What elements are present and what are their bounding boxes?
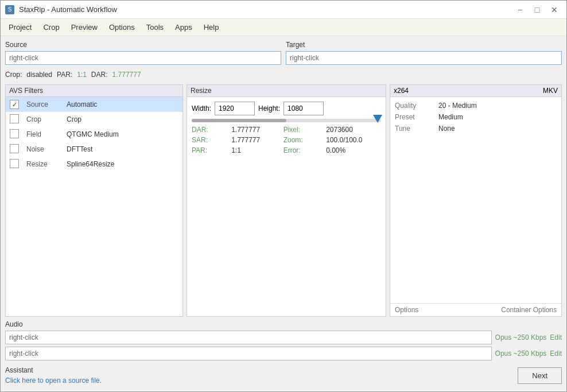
menu-options[interactable]: Options (103, 21, 141, 34)
minimize-button[interactable]: − (512, 4, 527, 15)
window-title: StaxRip - Automatic Workflow (19, 5, 512, 14)
menu-tools[interactable]: Tools (141, 21, 169, 34)
x264-footer: Options Container Options (390, 303, 561, 316)
avs-header: AVS Filters (6, 85, 182, 97)
menu-crop[interactable]: Crop (37, 21, 65, 34)
quality-label: Quality (395, 102, 429, 110)
audio-input-1[interactable] (5, 347, 492, 360)
target-input[interactable] (286, 51, 562, 65)
target-section: Target (286, 41, 562, 65)
avs-val-0: Automatic (63, 97, 182, 112)
avs-val-1: Crop (63, 112, 182, 127)
avs-name-3: Noise (23, 142, 63, 157)
error-info-label: Error: (284, 146, 321, 154)
pixel-info-val: 2073600 (326, 126, 381, 134)
resize-height-input[interactable] (284, 102, 324, 115)
zoom-info-label: Zoom: (284, 136, 321, 144)
resize-width-input[interactable] (215, 102, 255, 115)
resize-wh-row: Width: Height: (192, 102, 381, 115)
resize-slider[interactable] (192, 119, 381, 122)
source-section: Source (5, 41, 281, 65)
slider-fill (192, 119, 286, 122)
avs-check-1[interactable] (6, 112, 23, 127)
app-icon: S (5, 5, 14, 14)
avs-name-1: Crop (23, 112, 63, 127)
avs-name-2: Field (23, 127, 63, 142)
audio-row-0: Opus ~250 Kbps Edit (5, 331, 562, 344)
resize-panel: Resize Width: Height: (187, 84, 386, 317)
main-window: S StaxRip - Automatic Workflow − □ ✕ Pro… (0, 0, 567, 392)
avs-check-3[interactable] (6, 142, 23, 157)
close-button[interactable]: ✕ (547, 4, 562, 15)
avs-val-3: DFTTest (63, 142, 182, 157)
avs-row-3[interactable]: Noise DFTTest (6, 142, 182, 157)
avs-table: ✓ Source Automatic Crop Crop (6, 97, 182, 172)
avs-row-1[interactable]: Crop Crop (6, 112, 182, 127)
menu-preview[interactable]: Preview (65, 21, 103, 34)
x264-panel: x264 MKV Quality 20 - Medium Preset Medi… (390, 84, 562, 317)
audio-edit-0[interactable]: Edit (550, 333, 562, 341)
audio-input-0[interactable] (5, 331, 492, 344)
source-target-row: Source Target (5, 41, 562, 65)
pixel-info-label: Pixel: (284, 126, 321, 134)
error-info-val: 0.00% (326, 146, 381, 154)
panels-row: AVS Filters ✓ Source Automatic (5, 84, 562, 317)
par-info-label: PAR: (192, 146, 227, 154)
audio-row-1: Opus ~250 Kbps Edit (5, 347, 562, 360)
audio-section: Audio Opus ~250 Kbps Edit Opus ~250 Kbps… (5, 320, 562, 360)
zoom-info-val: 100.0/100.0 (326, 136, 381, 144)
par-value: 1:1 (77, 71, 87, 79)
avs-val-2: QTGMC Medium (63, 127, 182, 142)
tune-label: Tune (395, 125, 429, 133)
source-label: Source (5, 41, 281, 49)
sar-info-label: SAR: (192, 136, 227, 144)
x264-header-left: x264 (394, 87, 409, 95)
menu-help[interactable]: Help (198, 21, 225, 34)
tune-val: None (438, 125, 455, 133)
avs-row-0[interactable]: ✓ Source Automatic (6, 97, 182, 112)
x264-quality-row: Quality 20 - Medium (395, 102, 557, 110)
main-content: Source Target Crop: disabled PAR: 1:1 DA… (1, 36, 566, 391)
resize-content: Width: Height: DAR: 1.777777 (187, 97, 386, 159)
audio-codec-0: Opus ~250 Kbps (495, 333, 547, 341)
avs-row-4[interactable]: Resize Spline64Resize (6, 157, 182, 172)
assistant-section: Assistant Click here to open a source fi… (5, 366, 102, 385)
menu-project[interactable]: Project (3, 21, 37, 34)
next-button[interactable]: Next (518, 367, 562, 384)
height-label: Height: (258, 104, 280, 112)
resize-slider-row (192, 119, 381, 122)
resize-header: Resize (187, 85, 386, 97)
container-options-link[interactable]: Container Options (501, 306, 557, 314)
avs-val-4: Spline64Resize (63, 157, 182, 172)
crop-info-row: Crop: disabled PAR: 1:1 DAR: 1.777777 (5, 68, 562, 81)
audio-label: Audio (5, 320, 562, 328)
crop-value: disabled (26, 71, 52, 79)
quality-val: 20 - Medium (438, 102, 477, 110)
avs-row-2[interactable]: Field QTGMC Medium (6, 127, 182, 142)
par-label: PAR: (57, 71, 72, 79)
avs-name-0: Source (23, 97, 63, 112)
avs-check-0[interactable]: ✓ (6, 97, 23, 112)
dar-info-label: DAR: (192, 126, 227, 134)
audio-codec-1: Opus ~250 Kbps (495, 350, 547, 358)
x264-content: Quality 20 - Medium Preset Medium Tune N… (390, 97, 561, 303)
dar-value: 1.777777 (112, 71, 141, 79)
avs-name-4: Resize (23, 157, 63, 172)
assistant-link[interactable]: Click here to open a source file. (5, 377, 102, 385)
menu-apps[interactable]: Apps (169, 21, 198, 34)
options-link[interactable]: Options (395, 306, 418, 314)
sar-info-val: 1.777777 (231, 136, 279, 144)
maximize-button[interactable]: □ (530, 4, 545, 15)
x264-tune-row: Tune None (395, 125, 557, 133)
dar-info-val: 1.777777 (231, 126, 279, 134)
dar-label: DAR: (91, 71, 108, 79)
slider-thumb (373, 115, 382, 123)
source-input[interactable] (5, 51, 281, 65)
avs-check-4[interactable] (6, 157, 23, 172)
x264-header-right: MKV (543, 87, 558, 95)
target-label: Target (286, 41, 562, 49)
crop-label: Crop: (5, 71, 22, 79)
avs-check-2[interactable] (6, 127, 23, 142)
menu-bar: Project Crop Preview Options Tools Apps … (1, 19, 566, 36)
audio-edit-1[interactable]: Edit (550, 350, 562, 358)
